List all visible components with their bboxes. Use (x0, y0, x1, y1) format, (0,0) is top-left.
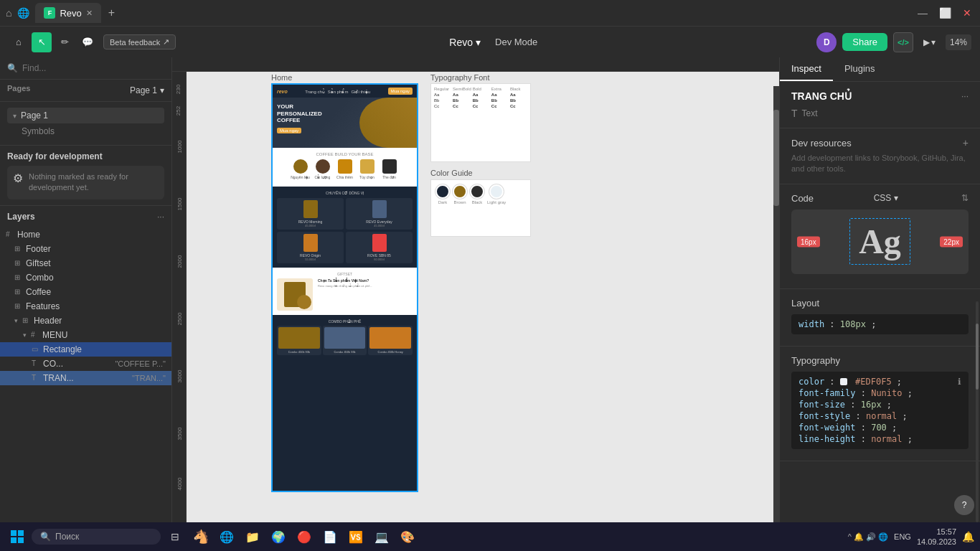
layers-more-button[interactable]: ··· (157, 212, 164, 222)
tab-close-icon[interactable]: ✕ (86, 9, 93, 18)
page-item-symbols[interactable]: Symbols (7, 123, 164, 139)
canvas-vscrollbar-thumb[interactable] (773, 110, 779, 206)
figma-taskbar-icon[interactable]: 🎨 (396, 525, 419, 548)
search-icon: 🔍 (7, 63, 18, 73)
code-copy-icon[interactable]: ⇅ (961, 193, 969, 203)
color-info-icon[interactable]: ℹ (958, 377, 961, 387)
vscode-icon[interactable]: 🆚 (344, 525, 367, 548)
zoom-level-dropdown[interactable]: 14% (946, 34, 971, 50)
toolbar: ⌂ ↖ ✏ 💬 Beta feedback ↗ Revo ▾ Dev Mode … (0, 26, 980, 57)
ready-description: Nothing marked as ready for development … (29, 171, 159, 194)
frame-label-home: Home (271, 73, 292, 82)
v-ruler-mark-2000: 2000 (176, 255, 183, 268)
pen-tool-button[interactable]: ✏ (55, 32, 75, 52)
layer-frame-icon: # (6, 230, 14, 238)
layer-features[interactable]: ⊞ Features (0, 299, 171, 314)
project-name-dropdown[interactable]: Revo ▾ (449, 37, 481, 48)
canvas-vscrollbar-track[interactable] (773, 86, 779, 551)
layer-rectangle[interactable]: ▭ Rectangle (0, 342, 171, 357)
canvas-content[interactable]: Home revo Trang chủ Sản phẩm Giới thiệu … (187, 72, 779, 551)
notification-icon[interactable]: 🔔 (962, 531, 974, 542)
layer-menu[interactable]: ▾ # MENU (0, 328, 171, 342)
titlebar-home-icon[interactable]: ⌂ (6, 7, 11, 19)
dev-resources-add-icon[interactable]: + (963, 137, 969, 149)
layers-list: # Home ⊞ Footer ⊞ Giftset ⊞ Combo (0, 227, 171, 385)
chrome-browser-icon[interactable]: 🔴 (293, 525, 316, 548)
layer-comp-icon3: ⊞ (14, 273, 23, 281)
add-tab-button[interactable]: + (104, 6, 119, 19)
v-ruler-mark-2500: 2500 (176, 313, 183, 326)
layout-section: Layout width : 108px ; (780, 289, 980, 347)
ready-info-icon: ⚙ (13, 171, 23, 185)
titlebar-globe-icon[interactable]: 🌐 (17, 7, 29, 19)
layer-combo[interactable]: ⊞ Combo (0, 270, 171, 285)
play-button[interactable]: ▶ ▾ (919, 34, 940, 50)
layer-giftset[interactable]: ⊞ Giftset (0, 256, 171, 270)
ready-for-development-section: Ready for development ⚙ Nothing marked a… (0, 145, 171, 206)
share-button[interactable]: Share (842, 33, 887, 51)
page-arrow-icon: ▾ (13, 112, 17, 120)
main-area: 🔍 Pages Page 1 ▾ ▾ Page 1 Symbols Ready … (0, 57, 980, 551)
page-item-label: Page 1 (21, 110, 48, 121)
comment-tool-button[interactable]: 💬 (77, 32, 98, 52)
task-view-button[interactable]: ⊟ (164, 525, 187, 548)
cursor-tool-button[interactable]: ↖ (32, 32, 52, 52)
main-website-frame[interactable]: revo Trang chủ Sản phẩm Giới thiệu Mua n… (271, 83, 418, 492)
left-panel: 🔍 Pages Page 1 ▾ ▾ Page 1 Symbols Ready … (0, 57, 172, 551)
font-style-line: font-style : normal ; (798, 410, 961, 422)
selected-element-more[interactable]: ··· (961, 91, 969, 101)
start-menu-button[interactable] (6, 525, 29, 548)
minimize-button[interactable]: — (915, 4, 930, 22)
file-explorer-icon[interactable]: 📁 (241, 525, 264, 548)
canvas-area[interactable]: -300 -250 -200 -150 -100 -50 0 56 164 85… (172, 57, 779, 551)
horse-app-icon[interactable]: 🐴 (189, 525, 212, 548)
dev-mode-button[interactable]: Dev Mode (489, 34, 543, 50)
line-height-value: normal (871, 434, 902, 444)
v-ruler-mark-252: 252 (175, 106, 182, 116)
layer-coffee-text[interactable]: T CO... "COFFEE P..." (0, 357, 171, 371)
tray-icons: ^ 🔔 🔊 🌐 (848, 532, 888, 542)
system-tray: ^ 🔔 🔊 🌐 ENG 15:57 14.09.2023 🔔 (848, 527, 974, 547)
tab-plugins[interactable]: Plugins (833, 57, 887, 81)
element-type-label: Text (802, 108, 818, 118)
app-icon-1[interactable]: 💻 (370, 525, 393, 548)
typography-section-title: Typography (791, 355, 969, 366)
word-icon[interactable]: 📄 (319, 525, 341, 548)
tab-inspect[interactable]: Inspect (780, 57, 833, 81)
layer-header[interactable]: ▾ ⊞ Header (0, 314, 171, 328)
layer-home-label: Home (17, 230, 166, 240)
home-tool-button[interactable]: ⌂ (9, 32, 29, 52)
code-view-button[interactable]: </> (893, 32, 913, 52)
layout-code-block: width : 108px ; (791, 314, 969, 334)
avatar: D (816, 32, 837, 52)
element-type-row: T Text (791, 108, 969, 119)
pages-list: ▾ Page 1 Symbols (0, 102, 171, 145)
frame-label-color-guide: Color Guide (430, 169, 473, 177)
layer-tran-text-label: TRAN... (43, 373, 126, 383)
close-button[interactable]: ✕ (960, 4, 974, 22)
tab-revo[interactable]: F Revo ✕ (35, 3, 100, 23)
layer-coffee[interactable]: ⊞ Coffee (0, 285, 171, 299)
layer-tran-text[interactable]: T TRAN... "TRAN..." (0, 371, 171, 385)
beta-feedback-button[interactable]: Beta feedback ↗ (103, 34, 176, 50)
taskbar-search-box[interactable]: 🔍 Поиск (32, 529, 161, 545)
layer-home[interactable]: # Home (0, 227, 171, 242)
font-weight-value: 700 (871, 423, 887, 433)
layer-header-label: Header (34, 316, 166, 326)
font-size-line: font-size : 16px ; (798, 399, 961, 410)
layer-coffee-text-label: CO... (43, 359, 109, 369)
edge-browser-icon[interactable]: 🌐 (215, 525, 238, 548)
help-button[interactable]: ? (954, 495, 974, 515)
font-family-value: Nunito (871, 388, 902, 398)
typography-preview: 16px Ag 22px (791, 209, 969, 274)
layer-comp-icon: ⊞ (14, 245, 23, 253)
layers-title: Layers (7, 212, 35, 222)
layer-footer[interactable]: ⊞ Footer (0, 242, 171, 256)
code-format-dropdown[interactable]: CSS ▾ (874, 193, 899, 203)
maximize-button[interactable]: ⬜ (936, 4, 954, 22)
page-item-page1[interactable]: ▾ Page 1 (7, 108, 164, 123)
yandex-browser-icon[interactable]: 🌍 (267, 525, 290, 548)
search-input[interactable] (22, 63, 164, 73)
layer-giftset-label: Giftset (26, 258, 166, 268)
color-line: color : #EDF0F5 ; ℹ (798, 376, 961, 387)
